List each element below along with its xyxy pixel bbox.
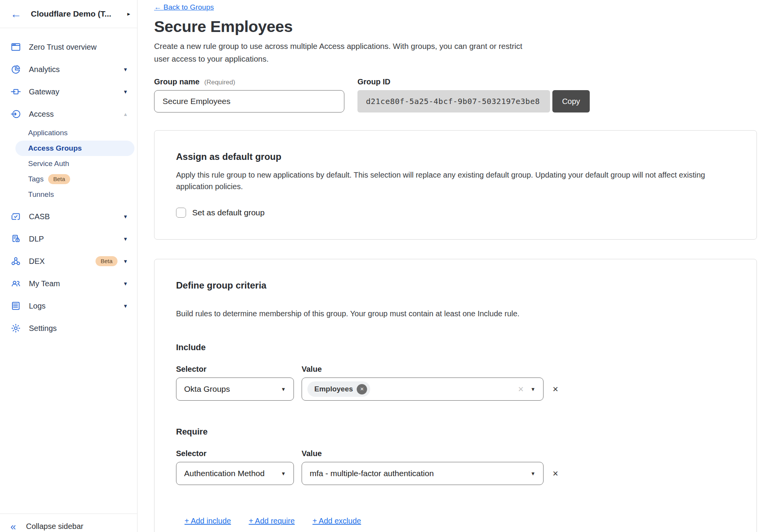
sidebar-header: ← Cloudflare Demo (T... ▸	[0, 0, 137, 28]
value-chip: Employees ✕	[307, 381, 370, 397]
sidebar-item-label: Analytics	[29, 65, 123, 74]
sidebar-item-my-team[interactable]: My Team ▼	[0, 272, 137, 295]
collapse-sidebar-label: Collapse sidebar	[26, 522, 83, 531]
chevron-down-icon[interactable]: ▼	[123, 89, 128, 95]
remove-include-rule-icon[interactable]: ✕	[552, 385, 559, 394]
sidebar-item-gateway[interactable]: Gateway ▼	[0, 81, 137, 103]
sidebar-item-tags[interactable]: Tags Beta	[0, 171, 137, 187]
add-exclude-link[interactable]: + Add exclude	[312, 517, 361, 525]
back-arrow-icon[interactable]: ←	[10, 8, 22, 20]
account-name[interactable]: Cloudflare Demo (T...	[31, 9, 124, 18]
chevron-down-icon[interactable]: ▼	[123, 281, 128, 287]
selector-label: Selector	[176, 449, 302, 458]
value-label: Value	[302, 365, 322, 374]
include-rule-row: Okta Groups ▼ Employees ✕ ✕ ▼ ✕	[176, 378, 730, 401]
network-nodes-icon	[10, 256, 21, 267]
group-meta-row: Group name (Required) Group ID d21ce80f-…	[154, 77, 770, 112]
sidebar-item-access-groups[interactable]: Access Groups	[15, 141, 134, 156]
beta-badge: Beta	[96, 256, 117, 266]
criteria-card: Define group criteria Build rules to det…	[154, 259, 757, 532]
sidebar-item-service-auth[interactable]: Service Auth	[0, 156, 137, 171]
pie-chart-icon	[10, 64, 21, 75]
sidebar-item-applications[interactable]: Applications	[0, 125, 137, 141]
remove-require-rule-icon[interactable]: ✕	[552, 469, 559, 478]
chevron-down-icon: ▼	[530, 386, 535, 392]
sidebar-item-label: Tunnels	[28, 190, 54, 199]
group-id-value: d21ce80f-5a25-4bcf-9b07-5032197e3be8	[357, 90, 550, 112]
sidebar-item-casb[interactable]: CASB ▼	[0, 205, 137, 228]
chevron-down-icon[interactable]: ▼	[123, 214, 128, 220]
sidebar-item-zero-trust-overview[interactable]: Zero Trust overview	[0, 36, 137, 58]
back-to-groups-link[interactable]: ← Back to Groups	[154, 3, 214, 12]
access-sub-menu: Applications Access Groups Service Auth …	[0, 125, 137, 202]
sidebar-item-label: Logs	[29, 302, 123, 310]
chevron-up-icon[interactable]: ▲	[123, 111, 128, 117]
sidebar-item-label: Tags	[28, 175, 44, 183]
sidebar-item-label: CASB	[29, 212, 123, 221]
group-name-input[interactable]	[154, 90, 344, 112]
include-selector-value: Okta Groups	[184, 384, 230, 394]
casb-check-icon	[10, 211, 21, 222]
require-value-dropdown[interactable]: mfa - multiple-factor authentication ▼	[302, 462, 544, 485]
sidebar-item-dlp[interactable]: DLP ▼	[0, 228, 137, 250]
default-group-card-title: Assign as default group	[176, 151, 730, 162]
set-default-group-row[interactable]: Set as default group	[176, 208, 730, 218]
sidebar-item-dex[interactable]: DEX Beta ▼	[0, 250, 137, 272]
browser-window-icon	[10, 42, 21, 52]
require-heading: Require	[176, 427, 730, 437]
group-id-field: Group ID d21ce80f-5a25-4bcf-9b07-5032197…	[357, 77, 590, 112]
chip-remove-icon[interactable]: ✕	[357, 384, 367, 394]
sidebar-item-label: Service Auth	[28, 159, 69, 168]
include-labels-row: Selector Value	[176, 365, 730, 374]
criteria-card-title: Define group criteria	[176, 280, 730, 291]
add-require-link[interactable]: + Add require	[249, 517, 295, 525]
back-arrow-icon: ←	[154, 3, 161, 11]
chevron-down-icon[interactable]: ▼	[123, 303, 128, 309]
main-content: ← Back to Groups Secure Employees Create…	[138, 0, 770, 532]
collapse-sidebar-button[interactable]: « Collapse sidebar	[0, 514, 137, 532]
chevron-down-icon[interactable]: ▼	[123, 258, 128, 264]
sidebar-item-label: My Team	[29, 279, 123, 288]
login-arrow-icon	[10, 109, 21, 119]
required-hint: (Required)	[204, 79, 235, 86]
copy-button[interactable]: Copy	[552, 90, 590, 112]
log-list-icon	[10, 300, 21, 311]
require-selector-dropdown[interactable]: Authentication Method ▼	[176, 462, 294, 485]
sidebar-item-analytics[interactable]: Analytics ▼	[0, 58, 137, 81]
clear-values-icon[interactable]: ✕	[518, 385, 524, 394]
expand-caret-icon[interactable]: ▸	[127, 10, 130, 17]
back-link-label: Back to Groups	[163, 3, 214, 11]
beta-badge: Beta	[48, 174, 70, 184]
set-default-group-label: Set as default group	[192, 208, 265, 217]
default-group-card-description: Apply this rule group to new application…	[176, 169, 730, 192]
add-include-link[interactable]: + Add include	[185, 517, 231, 525]
include-selector-dropdown[interactable]: Okta Groups ▼	[176, 378, 294, 401]
sidebar-item-logs[interactable]: Logs ▼	[0, 295, 137, 317]
sidebar-nav: Zero Trust overview Analytics ▼ Gateway …	[0, 28, 137, 339]
sidebar-item-label: Zero Trust overview	[29, 43, 128, 52]
default-group-card: Assign as default group Apply this rule …	[154, 130, 757, 240]
group-name-label: Group name	[154, 77, 200, 86]
value-label: Value	[302, 449, 322, 458]
set-default-group-checkbox[interactable]	[176, 208, 186, 218]
sidebar-item-access[interactable]: Access ▲	[0, 103, 137, 125]
sidebar-item-label: Applications	[28, 129, 67, 137]
include-heading: Include	[176, 342, 730, 352]
sidebar-item-label: Settings	[29, 324, 128, 333]
require-rule-row: Authentication Method ▼ mfa - multiple-f…	[176, 462, 730, 485]
people-icon	[10, 278, 21, 289]
chevron-down-icon: ▼	[281, 471, 286, 477]
sidebar-item-tunnels[interactable]: Tunnels	[0, 187, 137, 202]
chevron-down-icon[interactable]: ▼	[123, 67, 128, 72]
gateway-icon	[10, 86, 21, 97]
chevron-down-icon: ▼	[281, 386, 286, 392]
include-value-multiselect[interactable]: Employees ✕ ✕ ▼	[302, 378, 544, 401]
page-title: Secure Employees	[154, 18, 770, 36]
chevron-down-icon[interactable]: ▼	[123, 236, 128, 242]
page-description: Create a new rule group to use across mu…	[154, 40, 530, 65]
criteria-card-description: Build rules to determine membership of t…	[176, 308, 730, 319]
chevron-down-icon: ▼	[530, 471, 535, 477]
sidebar-item-settings[interactable]: Settings	[0, 317, 137, 339]
require-selector-value: Authentication Method	[184, 469, 265, 478]
sidebar: ← Cloudflare Demo (T... ▸ Zero Trust ove…	[0, 0, 138, 532]
